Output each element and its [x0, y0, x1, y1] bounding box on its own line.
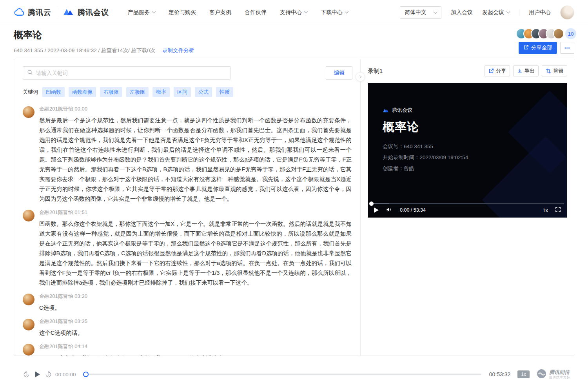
video-brand-label: 腾讯会议 [392, 107, 412, 114]
entry-timestamp: 01:51 [74, 209, 87, 215]
topbar-divider [519, 9, 519, 16]
keyword-tag[interactable]: 函数图像 [69, 87, 96, 97]
transcript-entry[interactable]: 金融201陈晋怡 00:00 然后是最后一个是这个规范性，然后我们需要注意一点，… [23, 105, 352, 204]
recording-title: 录制1 [368, 67, 383, 75]
share-all-button[interactable]: 分享全部 [519, 42, 557, 54]
transcript-entry[interactable]: 金融201陈晋怡 03:20 C选项。 [23, 293, 352, 313]
nav-item-support[interactable]: 支持中心 [280, 9, 307, 16]
video-play-button[interactable] [374, 207, 379, 213]
start-meeting-link[interactable]: 发起会议 [482, 9, 510, 16]
main-card: 编辑 关键词 凹函数 函数图像 右极限 左极限 概率 区间 公式 性质 金融20… [14, 59, 574, 356]
language-select[interactable]: 简体中文 [400, 6, 441, 19]
recording-panel: 录制1 分享 导出 剪辑 腾讯 [361, 59, 574, 356]
share-icon [523, 45, 529, 51]
share-icon [488, 68, 494, 74]
keywords-row: 关键词 凹函数 函数图像 右极限 左极限 概率 区间 公式 性质 [23, 87, 352, 97]
transcript-entry[interactable]: 金融201陈晋怡 03:35 这个C选项的话。 [23, 318, 352, 338]
current-time: 00:00:00 [55, 372, 76, 377]
join-meeting-link[interactable]: 加入会议 [451, 9, 473, 16]
speaker-avatar [23, 294, 34, 305]
entry-text: Sorry，大家这题我还是没有很准备好，这样，我们下次课再给大家讲这个题。 [39, 353, 352, 356]
keywords-label: 关键词 [23, 89, 38, 96]
nav-item-products[interactable]: 产品服务 [128, 9, 155, 16]
export-recording-button[interactable]: 导出 [513, 65, 539, 76]
rewind-5-icon[interactable]: 5 [23, 371, 30, 378]
user-center-link[interactable]: 用户中心 [529, 9, 551, 16]
volume-icon[interactable] [386, 207, 393, 214]
entry-text: 这个C选项的话。 [39, 328, 352, 338]
keyword-tag[interactable]: 区间 [174, 87, 191, 97]
nav-item-cases[interactable]: 客户案例 [209, 9, 231, 16]
video-speed-button[interactable]: 1x [543, 207, 548, 213]
speaker-name: 金融201陈晋怡 [39, 293, 73, 299]
tencent-meeting-logo[interactable]: 腾讯会议 [63, 7, 109, 18]
speaker-avatar [23, 210, 34, 221]
fullscreen-icon[interactable] [555, 207, 561, 214]
meeting-meta: 640 341 355 / 2022-03-09 18:46:32 / 总查看1… [14, 47, 194, 54]
video-creator: 创建者：曾皓 [383, 163, 468, 174]
clip-recording-button[interactable]: 剪辑 [542, 65, 567, 76]
speaker-avatar [23, 344, 34, 356]
share-recording-button[interactable]: 分享 [485, 65, 510, 76]
video-time-display: 0:00 / 53:34 [400, 207, 426, 213]
viewer-avatar [553, 28, 564, 39]
edit-button[interactable]: 编辑 [326, 66, 352, 80]
transcript-entries: 金融201陈晋怡 00:00 然后是最后一个是这个规范性，然后我们需要注意一点，… [23, 105, 352, 356]
keyword-tag[interactable]: 性质 [216, 87, 233, 97]
record-analysis-link[interactable]: 录制文件分析 [162, 47, 194, 53]
svg-text:5: 5 [25, 373, 27, 376]
entry-text: C选项。 [39, 303, 352, 313]
keyword-tag[interactable]: 公式 [195, 87, 212, 97]
meta-text: 640 341 355 / 2022-03-09 18:46:32 / 总查看1… [14, 47, 155, 53]
cloud-icon [14, 7, 25, 18]
entry-text: 然后是最后一个是这个规范性，然后我们需要注意一点，就是这四个性质是我们判断一个函… [39, 116, 352, 204]
main-navigation: 产品服务 定价与购买 客户案例 合作伙伴 支持中心 下载中心 [128, 9, 348, 16]
forward-5-icon[interactable]: 5 [45, 371, 52, 378]
meeting-mountains-icon [383, 108, 389, 113]
total-time: 00:53:32 [489, 371, 511, 377]
collapse-panel-button[interactable] [356, 72, 365, 82]
keyword-search-box [23, 66, 230, 80]
nav-item-pricing[interactable]: 定价与购买 [169, 9, 196, 16]
transcript-entry[interactable]: 金融201陈晋怡 04:14 Sorry，大家这题我还是没有很准备好，这样，我们… [23, 343, 352, 356]
bottom-player-bar: 5 5 00:00:00 00:53:32 1x 腾讯同传 提供技术支持 [0, 365, 588, 384]
viewer-count-badge: 10 [565, 28, 576, 39]
speaker-avatar [23, 106, 34, 118]
entry-timestamp: 03:20 [74, 293, 87, 299]
viewer-avatar-stack[interactable]: 10 [516, 28, 576, 39]
keyword-tag[interactable]: 左极限 [126, 87, 149, 97]
brand-divider [57, 8, 57, 17]
crop-icon [546, 68, 551, 74]
chevron-right-icon [358, 75, 361, 78]
keyword-tag[interactable]: 凹函数 [42, 87, 65, 97]
chevron-down-icon [152, 10, 156, 14]
nav-item-download[interactable]: 下载中心 [321, 9, 348, 16]
meeting-mountains-icon [63, 7, 74, 18]
entry-text: 凹函数。那么你这个衣架就是，那你这下面这个一加X，它是一个。就是非常正常的一个一… [39, 219, 352, 288]
video-player[interactable]: 腾讯会议 概率论 会议号：640 341 355 开始录制时间：2022/03/… [368, 83, 567, 218]
nav-item-partners[interactable]: 合作伙伴 [245, 9, 267, 16]
top-navbar: 腾讯云 腾讯会议 产品服务 定价与购买 客户案例 合作伙伴 支持中心 下载中心 … [0, 0, 588, 25]
search-icon [27, 69, 33, 77]
more-actions-button[interactable]: ••• [560, 42, 574, 54]
keyword-tag[interactable]: 概率 [152, 87, 170, 97]
tencent-tongchuan-brand: 腾讯同传 提供技术支持 [537, 369, 570, 380]
tongchuan-logo-icon [537, 369, 546, 380]
svg-text:5: 5 [47, 373, 49, 376]
search-input[interactable] [36, 70, 226, 76]
transcript-entry[interactable]: 金融201陈晋怡 01:51 凹函数。那么你这个衣架就是，那你这下面这个一加X，… [23, 209, 352, 288]
video-meeting-number: 会议号：640 341 355 [383, 141, 468, 152]
download-icon [517, 68, 523, 74]
page-title: 概率论 [14, 29, 42, 41]
tencent-cloud-logo[interactable]: 腾讯云 [14, 7, 51, 18]
user-avatar[interactable] [560, 5, 574, 20]
chevron-down-icon [506, 10, 510, 14]
play-button[interactable] [35, 371, 40, 377]
tencent-cloud-label: 腾讯云 [28, 7, 51, 18]
playback-speed-button[interactable]: 1x [517, 370, 530, 378]
keyword-tag[interactable]: 右极限 [100, 87, 122, 97]
video-record-time: 开始录制时间：2022/03/09 19:02:54 [383, 152, 468, 163]
timeline-knob[interactable] [83, 372, 89, 377]
timeline-slider[interactable] [84, 374, 481, 375]
chevron-down-icon [304, 10, 308, 14]
